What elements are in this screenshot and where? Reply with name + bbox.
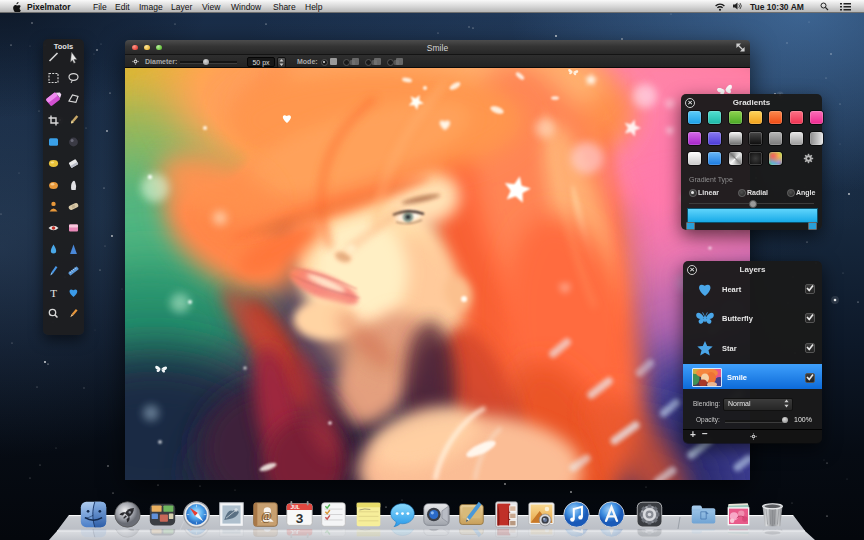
svg-text:3: 3 — [295, 510, 303, 525]
svg-text:@: @ — [260, 509, 271, 522]
svg-text:T: T — [50, 287, 57, 299]
